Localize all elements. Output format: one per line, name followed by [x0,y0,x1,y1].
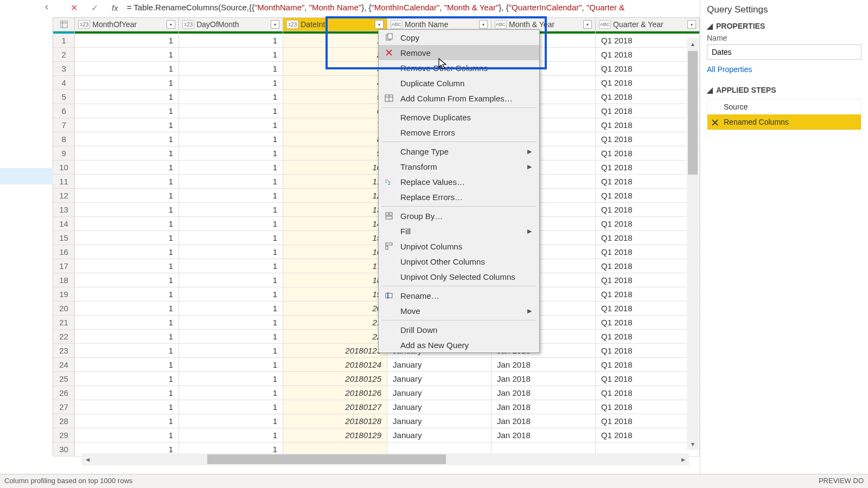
text-type-icon[interactable] [599,20,611,29]
row-number[interactable]: 1 [53,34,75,47]
column-header-dateint[interactable]: DateInt [283,18,387,31]
row-number[interactable]: 6 [53,104,75,118]
row-number[interactable]: 18 [53,273,75,287]
scroll-thumb[interactable] [688,51,698,175]
table-options-icon[interactable] [53,18,75,31]
menu-fill[interactable]: Fill▶ [379,223,539,239]
menu-replace-values[interactable]: 12Replace Values… [379,174,539,189]
all-properties-link[interactable]: All Properties [707,65,861,74]
menu-remove-errors[interactable]: Remove Errors [379,125,539,140]
row-number[interactable]: 13 [53,203,75,216]
scroll-left-icon[interactable]: ◂ [81,455,93,464]
row-number[interactable]: 30 [53,442,75,456]
menu-group-by[interactable]: Group By… [379,208,539,223]
table-row[interactable]: 251120180125JanuaryJan 2018Q1 2018 [53,372,700,386]
column-header-quarter-year[interactable]: Quarter & Year [596,18,700,31]
column-header-monthofyear[interactable]: MonthOfYear [75,18,179,31]
column-filter-icon[interactable] [167,20,175,29]
delete-step-icon[interactable] [711,118,719,127]
row-number[interactable]: 25 [53,372,75,386]
menu-remove[interactable]: Remove [379,45,539,60]
table-row[interactable]: 141114Jan 2018Q1 2018 [53,217,700,231]
column-filter-icon[interactable] [687,20,696,29]
menu-remove-other-columns[interactable]: Remove Other Columns [379,60,539,75]
formula-cancel-icon[interactable]: ✕ [71,3,78,13]
formula-accept-icon[interactable]: ✓ [91,3,98,13]
table-row[interactable]: 7117Jan 2018Q1 2018 [53,118,700,132]
table-row[interactable]: 241120180124JanuaryJan 2018Q1 2018 [53,358,700,372]
row-number[interactable]: 16 [53,245,75,259]
table-row[interactable]: 261120180126JanuaryJan 2018Q1 2018 [53,386,700,400]
table-row[interactable]: 101110Jan 2018Q1 2018 [53,160,700,175]
table-row[interactable]: 1111Jan 2018Q1 2018 [53,34,700,48]
menu-unpivot-columns[interactable]: Unpivot Columns [379,239,539,254]
table-row[interactable]: 5115Jan 2018Q1 2018 [53,90,700,104]
row-number[interactable]: 7 [53,118,75,132]
step-source[interactable]: Source [707,99,861,114]
row-number[interactable]: 9 [53,146,75,160]
table-row[interactable]: 4114Jan 2018Q1 2018 [53,76,700,90]
table-row[interactable]: 111111Jan 2018Q1 2018 [53,175,700,189]
row-number[interactable]: 3 [53,62,75,75]
menu-add-as-new-query[interactable]: Add as New Query [379,337,539,352]
table-row[interactable]: 201120Jan 2018Q1 2018 [53,301,700,316]
column-header-dayofmonth[interactable]: DayOfMonth [179,18,283,31]
row-number[interactable]: 23 [53,344,75,357]
menu-add-column-from-examples[interactable]: Add Column From Examples… [379,91,539,106]
table-row[interactable]: 9119Jan 2018Q1 2018 [53,146,700,160]
column-filter-icon[interactable] [479,20,488,29]
menu-duplicate-column[interactable]: Duplicate Column [379,75,539,91]
table-row[interactable]: 281120180128JanuaryJan 2018Q1 2018 [53,414,700,428]
menu-remove-duplicates[interactable]: Remove Duplicates [379,110,539,125]
row-number[interactable]: 4 [53,76,75,89]
row-number[interactable]: 29 [53,428,75,442]
step-renamed-columns[interactable]: Renamed Columns [707,114,861,130]
menu-move[interactable]: Move▶ [379,303,539,318]
row-number[interactable]: 28 [53,414,75,428]
number-type-icon[interactable] [182,20,194,29]
table-row[interactable]: 2112Jan 2018Q1 2018 [53,48,700,62]
row-number[interactable]: 12 [53,189,75,202]
menu-copy[interactable]: Copy [379,30,539,45]
row-number[interactable]: 10 [53,160,75,174]
menu-unpivot-other-columns[interactable]: Unpivot Other Columns [379,254,539,269]
row-number[interactable]: 14 [53,217,75,230]
menu-change-type[interactable]: Change Type▶ [379,144,539,159]
row-number[interactable]: 26 [53,386,75,400]
table-row[interactable]: 131113Jan 2018Q1 2018 [53,203,700,217]
row-number[interactable]: 15 [53,231,75,245]
table-row[interactable]: 3113Jan 2018Q1 2018 [53,62,700,76]
horizontal-scrollbar[interactable]: ◂ ▸ [81,453,689,465]
row-number[interactable]: 24 [53,358,75,371]
row-number[interactable]: 27 [53,400,75,414]
properties-header[interactable]: ◢PROPERTIES [707,22,861,30]
row-number[interactable]: 17 [53,259,75,273]
menu-rename[interactable]: Rename… [379,288,539,303]
query-name-input[interactable] [707,44,861,60]
row-number[interactable]: 21 [53,316,75,329]
table-row[interactable]: 211121Jan 2018Q1 2018 [53,316,700,330]
table-row[interactable]: 161116Jan 2018Q1 2018 [53,245,700,259]
row-number[interactable]: 20 [53,301,75,315]
scroll-right-icon[interactable]: ▸ [677,455,689,464]
table-row[interactable]: 6116Jan 2018Q1 2018 [53,104,700,118]
column-filter-icon[interactable] [375,20,384,29]
row-number[interactable]: 19 [53,287,75,301]
table-row[interactable]: 191119Jan 2018Q1 2018 [53,287,700,301]
row-number[interactable]: 5 [53,90,75,104]
table-row[interactable]: 271120180127JanuaryJan 2018Q1 2018 [53,400,700,414]
table-row[interactable]: 221122Jan 2018Q1 2018 [53,330,700,344]
table-row[interactable]: 8118Jan 2018Q1 2018 [53,132,700,146]
menu-replace-errors[interactable]: Replace Errors… [379,189,539,204]
column-filter-icon[interactable] [271,20,279,29]
applied-steps-header[interactable]: ◢APPLIED STEPS [707,86,861,94]
scroll-down-icon[interactable]: ▾ [687,438,699,450]
menu-unpivot-only-selected-columns[interactable]: Unpivot Only Selected Columns [379,269,539,284]
scroll-thumb[interactable] [207,454,446,464]
table-row[interactable]: 121112Jan 2018Q1 2018 [53,189,700,203]
row-number[interactable]: 2 [53,48,75,61]
column-filter-icon[interactable] [583,20,592,29]
menu-transform[interactable]: Transform▶ [379,159,539,174]
table-row[interactable]: 231120180123JanuaryJan 2018Q1 2018 [53,344,700,358]
table-row[interactable]: 291120180129JanuaryJan 2018Q1 2018 [53,428,700,442]
